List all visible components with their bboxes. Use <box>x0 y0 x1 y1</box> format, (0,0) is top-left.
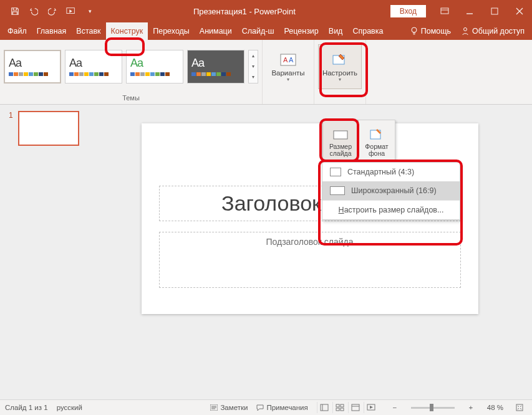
slide-thumbnail[interactable]: 1 <box>9 111 91 146</box>
theme-preview-text: Aa <box>130 57 143 70</box>
notes-toggle[interactable]: Заметки <box>210 404 248 411</box>
format-background-icon <box>368 127 385 142</box>
reading-view-icon[interactable] <box>348 402 363 413</box>
theme-swatches <box>9 72 48 76</box>
aspect-4-3-icon <box>330 168 341 176</box>
theme-preview-text: Aa <box>69 57 82 70</box>
share-label: Общий доступ <box>472 27 525 36</box>
aspect-16-9-icon <box>330 186 345 195</box>
zoom-level[interactable]: 48 % <box>487 404 503 411</box>
svg-point-5 <box>412 27 417 32</box>
theme-thumbnail[interactable]: Aa <box>187 50 244 83</box>
theme-thumbnail[interactable]: Aa <box>4 50 61 83</box>
slide-size-widescreen[interactable]: Широкоэкранный (16:9) <box>322 181 460 200</box>
close-icon[interactable] <box>507 2 532 20</box>
svg-text:A: A <box>289 56 294 64</box>
comments-toggle[interactable]: Примечания <box>256 404 307 411</box>
fit-to-window-icon[interactable] <box>512 402 527 413</box>
title-bar: ▾ Презентация1 - PowerPoint Вход <box>0 0 532 22</box>
theme-thumbnail[interactable]: Aa <box>126 50 183 83</box>
slide-size-button[interactable]: Размер слайда <box>322 120 359 161</box>
slide-editor-area: Заголовок слайда Подзаголовок слайда <box>100 105 532 399</box>
share-button[interactable]: Общий доступ <box>456 22 530 40</box>
svg-rect-13 <box>334 131 347 139</box>
window-controls <box>432 2 532 20</box>
tab-design[interactable]: Конструк <box>106 22 148 40</box>
slide-number: 1 <box>9 111 13 146</box>
slide-size-label: Размер слайда <box>329 143 352 157</box>
sorter-view-icon[interactable] <box>332 402 347 413</box>
zoom-in-icon[interactable]: + <box>463 402 478 413</box>
tab-file[interactable]: Файл <box>2 22 32 40</box>
zoom-slider-thumb[interactable] <box>430 404 433 411</box>
slide-thumbnail-preview <box>18 111 79 146</box>
slide-size-menu: Стандартный (4:3) Широкоэкранный (16:9) … <box>322 162 460 220</box>
variants-label: Варианты <box>271 69 304 77</box>
normal-view-icon[interactable] <box>317 402 332 413</box>
svg-rect-4 <box>491 8 498 14</box>
tab-help[interactable]: Справка <box>347 22 388 40</box>
redo-icon[interactable] <box>44 2 61 20</box>
start-from-beginning-icon[interactable] <box>62 2 80 20</box>
ribbon-design: AaAaAaAa▴▾▾ Темы AA Варианты ▾ Настроить… <box>0 40 532 105</box>
tab-view[interactable]: Вид <box>324 22 348 40</box>
variants-button[interactable]: AA Варианты ▾ <box>266 44 310 89</box>
qat-chevron-down-icon[interactable]: ▾ <box>81 2 99 20</box>
svg-rect-22 <box>341 404 344 407</box>
zoom-slider[interactable] <box>411 407 455 409</box>
tell-me-button[interactable]: Помощь <box>405 22 456 40</box>
themes-more-icon[interactable]: ▴▾▾ <box>248 50 258 83</box>
sign-in-button[interactable]: Вход <box>390 5 426 17</box>
themes-gallery[interactable]: AaAaAaAa▴▾▾ <box>0 40 262 93</box>
slide-size-widescreen-label: Широкоэкранный (16:9) <box>351 186 437 195</box>
svg-rect-24 <box>341 408 344 411</box>
comments-icon <box>256 404 264 411</box>
undo-icon[interactable] <box>25 2 42 20</box>
format-background-label: Формат фона <box>365 143 388 157</box>
svg-rect-25 <box>352 404 359 411</box>
theme-swatches <box>69 72 109 76</box>
maximize-icon[interactable] <box>482 2 507 20</box>
customize-dropdown-panel: Размер слайда Формат фона <box>322 120 395 162</box>
svg-text:A: A <box>283 56 288 64</box>
tab-review[interactable]: Рецензир <box>279 22 324 40</box>
tab-slideshow[interactable]: Слайд-ш <box>237 22 279 40</box>
quick-access-toolbar: ▾ <box>0 2 99 20</box>
tab-insert[interactable]: Вставк <box>71 22 105 40</box>
zoom-out-icon[interactable]: − <box>387 402 402 413</box>
format-background-button[interactable]: Формат фона <box>359 120 395 161</box>
svg-rect-19 <box>321 404 328 411</box>
ribbon-tabs: Файл Главная Вставк Конструк Переходы Ан… <box>0 22 532 40</box>
slide-size-custom[interactable]: Настроить размер слайдов... <box>322 201 460 219</box>
slide-size-standard-label: Стандартный (4:3) <box>347 168 414 176</box>
status-language[interactable]: русский <box>57 404 82 411</box>
theme-preview-text: Aa <box>191 57 204 70</box>
share-icon <box>461 27 470 36</box>
customize-icon <box>331 53 349 68</box>
chevron-down-icon: ▾ <box>339 77 341 82</box>
subtitle-placeholder-text: Подзаголовок слайда <box>266 237 353 247</box>
svg-rect-21 <box>336 404 339 407</box>
ribbon-display-icon[interactable] <box>432 2 457 20</box>
svg-point-8 <box>464 28 467 31</box>
svg-rect-1 <box>441 8 448 14</box>
svg-rect-28 <box>516 404 523 411</box>
theme-thumbnail[interactable]: Aa <box>65 50 122 83</box>
variants-icon: AA <box>279 53 297 68</box>
subtitle-placeholder[interactable]: Подзаголовок слайда <box>159 232 461 288</box>
theme-swatches <box>130 72 170 76</box>
slideshow-view-icon[interactable] <box>364 402 379 413</box>
tab-home[interactable]: Главная <box>32 22 72 40</box>
tell-me-label: Помощь <box>421 27 451 36</box>
slide-size-standard[interactable]: Стандартный (4:3) <box>322 163 460 181</box>
save-icon[interactable] <box>6 2 24 20</box>
tab-animations[interactable]: Анимаци <box>195 22 237 40</box>
status-slide-count[interactable]: Слайд 1 из 1 <box>5 404 48 411</box>
customize-button[interactable]: Настроить ▾ <box>318 44 362 89</box>
window-title: Презентация1 - PowerPoint <box>99 7 390 16</box>
workspace: 1 Заголовок слайда Подзаголовок слайда <box>0 105 532 399</box>
chevron-down-icon: ▾ <box>287 77 289 82</box>
tab-transitions[interactable]: Переходы <box>148 22 195 40</box>
minimize-icon[interactable] <box>457 2 482 20</box>
view-buttons <box>317 402 379 413</box>
